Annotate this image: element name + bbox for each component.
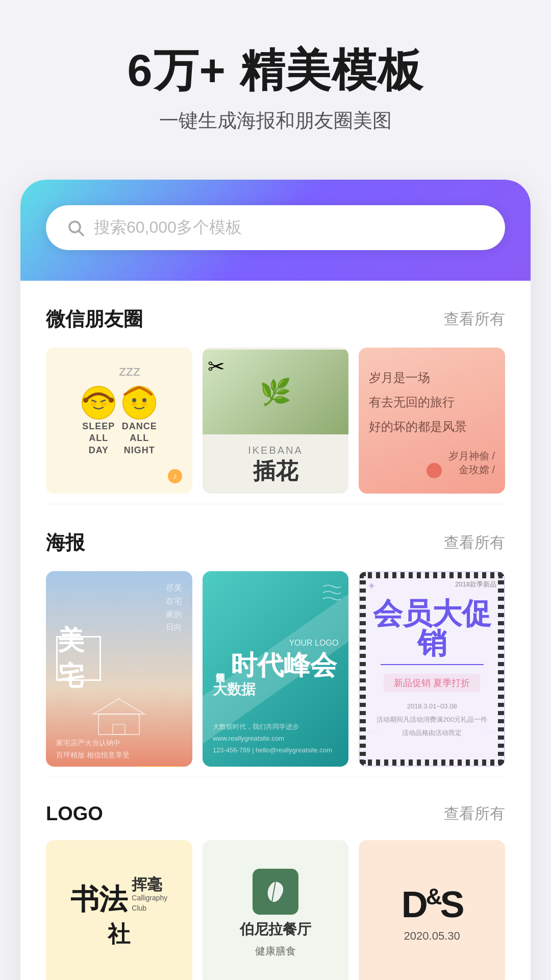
calligraphy-club-en: CalligraphyClub <box>132 893 167 913</box>
logo-section: LOGO 查看所有 书法 挥毫 CalligraphyClub 社 <box>20 777 531 980</box>
poster-section: 海报 查看所有 尽美在宅家的日向 美宅 <box>20 504 531 776</box>
svg-point-8 <box>109 398 114 403</box>
search-placeholder: 搜索60,000多个模板 <box>94 216 242 239</box>
poster2-top-label: YOUR LOGO <box>289 639 338 648</box>
poster1-bottom-text: 家宅店严火当认钠中百坪精放 相信恒意享受 <box>56 737 182 762</box>
restaurant-sub: 健康膳食 <box>255 944 296 958</box>
leaf-icon <box>263 879 288 904</box>
poster-grid: 尽美在宅家的日向 美宅 <box>46 571 505 766</box>
logo-grid: 书法 挥毫 CalligraphyClub 社 <box>46 840 505 980</box>
search-box[interactable]: 搜索60,000多个模板 <box>46 205 505 250</box>
logo-section-header: LOGO 查看所有 <box>46 803 505 825</box>
poster2-main: 时代峰会 <box>231 651 337 680</box>
poem-text: 岁月是一场有去无回的旅行好的坏的都是风景 <box>369 365 495 439</box>
search-icon <box>66 218 85 237</box>
app-card: 搜索60,000多个模板 微信朋友圈 查看所有 zzz <box>20 180 531 980</box>
search-header: 搜索60,000多个模板 <box>20 180 531 281</box>
svg-point-11 <box>141 402 147 406</box>
poster1-top-text: 尽美在宅家的日向 <box>166 581 182 633</box>
poster3-dates: 2018.3.01~03.08活动期间凡活动消费满200元礼品一件活动品格由活动… <box>367 700 496 740</box>
wechat-card-ikebana[interactable]: 🌿 ✂ IKEBANA 插花 <box>203 348 349 494</box>
ikebana-cn: 插花 <box>248 456 303 486</box>
svg-point-4 <box>101 402 107 406</box>
poster1-main-title: 美宅 <box>58 623 99 694</box>
calligraphy-she-char: 社 <box>108 919 130 949</box>
wechat-card-poem[interactable]: 岁月是一场有去无回的旅行好的坏的都是风景 岁月神偷 /金玫嫦 / <box>359 348 505 494</box>
house-illustration <box>88 696 149 737</box>
wechat-title: 微信朋友圈 <box>46 306 143 332</box>
svg-line-1 <box>79 231 83 235</box>
poster3-sub: 新品促销 夏季打折 <box>384 674 480 692</box>
svg-point-12 <box>132 398 136 402</box>
hero-title: 6万+ 精美模板 <box>31 46 520 95</box>
svg-point-7 <box>83 398 88 403</box>
svg-marker-15 <box>93 699 144 714</box>
poster2-prefix: 大数据 <box>213 680 256 699</box>
poster3-year-label: 2018款季新品 <box>455 580 496 589</box>
leaf-icon-box <box>253 869 298 915</box>
plant-decoration: 🌿 <box>260 377 291 407</box>
poster-card-meizhai[interactable]: 尽美在宅家的日向 美宅 <box>46 571 192 766</box>
dancing-face-icon <box>121 385 157 421</box>
logo-card-restaurant[interactable]: 伯尼拉餐厅 健康膳食 <box>203 840 349 980</box>
wave-decoration <box>320 581 341 612</box>
wechat-grid: zzz <box>46 348 505 494</box>
poem-author: 岁月神偷 /金玫嫦 / <box>448 449 495 477</box>
svg-point-2 <box>82 386 115 419</box>
sleeping-face-icon <box>81 385 116 421</box>
sleep-text: SLEEPALLDAY <box>82 421 115 456</box>
poster-view-all[interactable]: 查看所有 <box>444 532 505 553</box>
hero-section: 6万+ 精美模板 一键生成海报和朋友圈美图 <box>0 0 551 164</box>
wechat-section-header: 微信朋友圈 查看所有 <box>46 306 505 332</box>
hero-subtitle: 一键生成海报和朋友圈美图 <box>31 108 520 134</box>
wechat-card-sleep-dance[interactable]: zzz <box>46 348 192 494</box>
poster-card-membership[interactable]: 2018款季新品 ✦ · · · · · · 会员大促销 新品促销 夏季打折 2… <box>359 571 505 766</box>
calligraphy-brush-char: 挥毫 <box>132 877 167 892</box>
svg-point-13 <box>142 398 146 402</box>
poster2-footer: 大数据时代，我们共同学进步 www.reallygreatsite.com 12… <box>213 721 339 756</box>
logo-card-calligraphy[interactable]: 书法 挥毫 CalligraphyClub 社 <box>46 840 192 980</box>
poster-card-bigdata[interactable]: YOUR LOGO 引领科技潮流 时代峰会 大数据 大数据时代，我们共同学进步 … <box>203 571 349 766</box>
wechat-view-all[interactable]: 查看所有 <box>444 309 505 330</box>
poster-title: 海报 <box>46 530 85 556</box>
svg-rect-16 <box>113 724 125 734</box>
svg-point-10 <box>131 402 137 406</box>
ds-logo-text: D&S <box>402 884 463 925</box>
svg-point-3 <box>90 402 96 406</box>
wechat-section: 微信朋友圈 查看所有 zzz <box>20 281 531 504</box>
calligraphy-main-char: 书法 <box>70 885 128 914</box>
restaurant-name: 伯尼拉餐厅 <box>240 920 311 939</box>
logo-view-all[interactable]: 查看所有 <box>444 803 505 824</box>
logo-card-ds[interactable]: D&S 2020.05.30 <box>359 840 505 980</box>
logo-title: LOGO <box>46 803 103 825</box>
poster-section-header: 海报 查看所有 <box>46 530 505 556</box>
ds-date: 2020.05.30 <box>404 929 460 943</box>
poster3-main-title: 会员大促销 <box>367 599 496 658</box>
dance-text: DANCEALLNIGHT <box>122 421 157 456</box>
ikebana-en: IKEBANA <box>248 445 303 456</box>
scissors-decoration: ✂ <box>208 355 225 378</box>
